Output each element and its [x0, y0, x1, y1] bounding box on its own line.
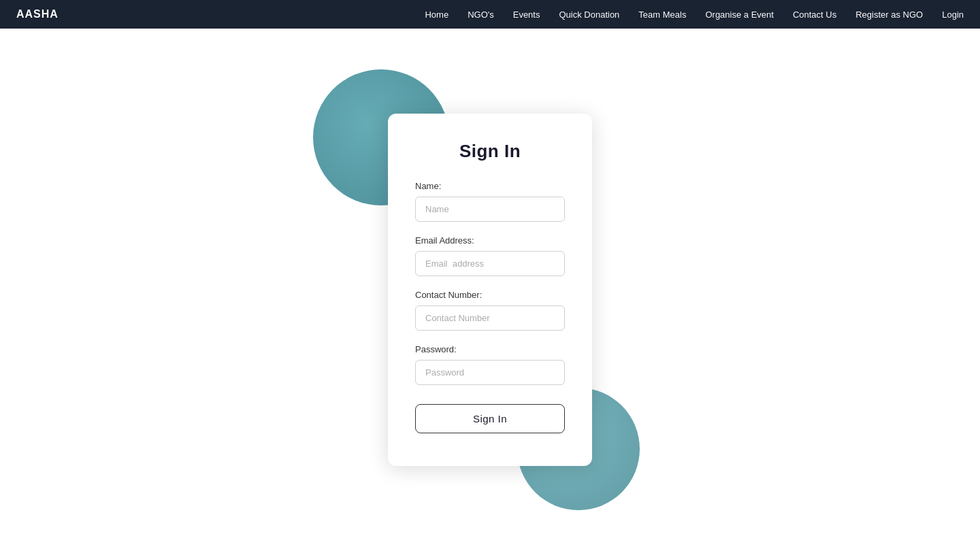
name-group: Name:	[415, 181, 565, 222]
nav-home[interactable]: Home	[425, 10, 448, 20]
email-label: Email Address:	[415, 235, 565, 246]
password-label: Password:	[415, 344, 565, 354]
name-label: Name:	[415, 181, 565, 191]
password-input[interactable]	[415, 360, 565, 385]
nav-ngos[interactable]: NGO's	[468, 10, 494, 20]
email-input[interactable]	[415, 251, 565, 276]
nav-login[interactable]: Login	[942, 10, 964, 20]
nav-contact-us[interactable]: Contact Us	[793, 10, 836, 20]
contact-group: Contact Number:	[415, 290, 565, 331]
brand-logo[interactable]: AASHA	[16, 8, 59, 20]
name-input[interactable]	[415, 197, 565, 222]
password-group: Password:	[415, 344, 565, 385]
form-title: Sign In	[415, 141, 565, 162]
navbar: AASHA Home NGO's Events Quick Donation T…	[0, 0, 980, 29]
contact-input[interactable]	[415, 305, 565, 331]
nav-links: Home NGO's Events Quick Donation Team Me…	[425, 10, 964, 20]
contact-label: Contact Number:	[415, 290, 565, 300]
sign-in-button[interactable]: Sign In	[415, 404, 565, 433]
nav-quick-donation[interactable]: Quick Donation	[559, 10, 619, 20]
main-content: Sign In Name: Email Address: Contact Num…	[0, 29, 980, 551]
nav-team-meals[interactable]: Team Meals	[638, 10, 686, 20]
email-group: Email Address:	[415, 235, 565, 276]
sign-in-card: Sign In Name: Email Address: Contact Num…	[388, 114, 592, 466]
nav-organise-event[interactable]: Organise a Event	[705, 10, 773, 20]
nav-register-ngo[interactable]: Register as NGO	[855, 10, 923, 20]
nav-events[interactable]: Events	[513, 10, 540, 20]
